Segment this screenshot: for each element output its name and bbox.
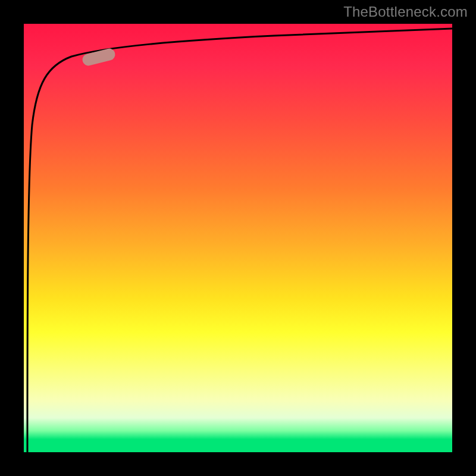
watermark-text: TheBottleneck.com bbox=[343, 4, 468, 20]
chart-frame: TheBottleneck.com bbox=[0, 0, 476, 476]
curve-line bbox=[24, 24, 452, 452]
plot-area bbox=[24, 24, 452, 452]
curve-path bbox=[27, 29, 452, 452]
curve-marker bbox=[81, 48, 116, 67]
